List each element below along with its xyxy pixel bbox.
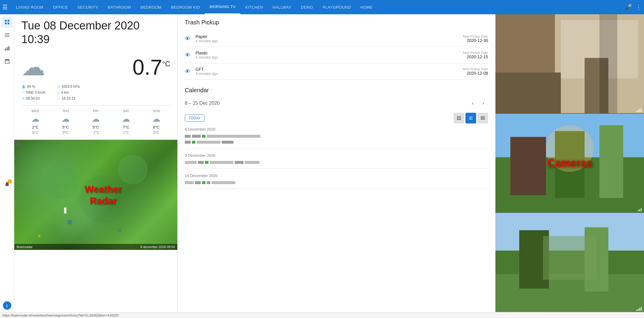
svg-rect-27 — [481, 119, 484, 120]
forecast-day-fri: FRI ☁ 5°C -2°C — [82, 109, 110, 135]
calendar-events-2 — [185, 180, 488, 185]
weather-details-left: 💧 99 % 〰 NNE 5 km/h ☀ 08:34:03 — [21, 84, 45, 101]
nav-tab-bathroom[interactable]: BATHROOM — [103, 0, 136, 14]
date-time-section: Tue 08 December 2020 10:39 — [14, 14, 177, 48]
calendar-compact-view-button[interactable] — [477, 113, 488, 123]
sidebar-icon-list[interactable] — [2, 30, 12, 40]
nav-tab-bedroom[interactable]: BEDROOM — [136, 0, 166, 14]
event-block — [185, 135, 191, 138]
weather-section: ☁ 0.7 °C 💧 99 % 〰 NNE 5 km/h — [14, 48, 177, 140]
sidebar-icon-grid[interactable] — [2, 17, 12, 27]
sidebar-icon-calendar[interactable] — [2, 56, 12, 67]
event-block — [235, 161, 244, 164]
trash-pickup-date-2: 2020-12-08 — [463, 71, 488, 76]
camera-feed-2 — [495, 114, 644, 213]
trash-time-2: 4 minutes ago — [195, 72, 463, 76]
forecast-day-thu: THU ☁ 5°C 0°C — [52, 109, 80, 135]
calendar-list-view-button[interactable] — [465, 113, 476, 123]
nav-tab-playground[interactable]: PLAYGROUND — [318, 0, 356, 14]
nav-tab-hallway[interactable]: HALLWAY — [268, 0, 296, 14]
svg-rect-9 — [8, 46, 9, 50]
status-bar: https://buienradar.nl/nederland/neerslag… — [0, 312, 644, 318]
trash-pickup-label-0: Next Pickup Date — [463, 35, 488, 38]
calendar-prev-button[interactable]: ‹ — [468, 98, 477, 108]
trash-title: Trash Pickup — [185, 19, 488, 26]
signal-bar-11 — [641, 307, 642, 311]
camera-indicators-1 — [636, 108, 642, 112]
signal-bar-4 — [641, 108, 642, 112]
more-icon[interactable]: ⋮ — [636, 4, 642, 11]
svg-rect-8 — [7, 47, 7, 51]
wind-icon: 〰 — [21, 90, 25, 95]
svg-rect-31 — [495, 73, 561, 113]
notification-badge: 1 — [8, 179, 12, 184]
trash-eye-icon-2[interactable]: 👁 — [185, 68, 191, 75]
calendar-events-0 — [185, 134, 488, 145]
nav-tab-bedroom-kid[interactable]: BEDROOM KID — [166, 0, 205, 14]
calendar-event-row — [185, 160, 488, 165]
trash-eye-icon-0[interactable]: 👁 — [185, 35, 191, 42]
forecast-low-temp: 0°C — [153, 131, 159, 135]
trash-pickup-date-0: 2020-12-30 — [463, 38, 488, 43]
camera-cell-1[interactable] — [495, 14, 644, 114]
nav-tab-security[interactable]: SECURITY — [73, 0, 103, 14]
svg-point-11 — [80, 176, 127, 223]
svg-rect-23 — [469, 118, 473, 118]
nav-tab-demo[interactable]: DEMO — [296, 0, 318, 14]
nav-tab-office[interactable]: OFFICE — [48, 0, 73, 14]
content-area: Tue 08 December 2020 10:39 ☁ 0.7 °C 💧 99… — [14, 14, 644, 312]
forecast-low-temp: 0°C — [63, 131, 69, 135]
microphone-icon[interactable]: 🎤 — [625, 4, 632, 11]
camera-cell-3[interactable] — [495, 213, 644, 312]
radar-map[interactable]: WeatherRadar Buienradar 8 december 2020 … — [14, 140, 177, 250]
trash-item-1: 👁 Plastic 4 minutes ago Next Pickup Date… — [185, 47, 488, 63]
signal-bar-5 — [638, 210, 639, 211]
nav-right: 🎤 ⋮ — [625, 4, 642, 11]
trash-info-0: Papier 4 minutes ago — [195, 34, 463, 43]
forecast-day-wed: WED ☁ 2°C 0°C — [21, 109, 49, 135]
sunset-detail: ☼ 16:32:11 — [57, 96, 80, 101]
forecast-cloud-icon: ☁ — [122, 114, 130, 124]
top-navigation: ☰ LIVING ROOMOFFICESECURITYBATHROOMBEDRO… — [0, 0, 644, 14]
menu-icon[interactable]: ☰ — [2, 4, 8, 11]
left-sidebar: 1 j — [0, 14, 14, 312]
svg-rect-17 — [64, 208, 67, 214]
camera-feed-svg-3 — [495, 213, 644, 312]
camera-grid: Cameras — [495, 14, 644, 312]
camera-cell-2[interactable]: Cameras — [495, 114, 644, 213]
nav-tab-kitchen[interactable]: KITCHEN — [240, 0, 268, 14]
calendar-next-button[interactable]: › — [479, 98, 488, 108]
calendar-controls: TODAY — [185, 113, 488, 123]
calendar-grid-view-button[interactable] — [454, 113, 464, 123]
sidebar-icon-chart[interactable] — [2, 43, 12, 54]
forecast-cloud-icon: ☁ — [152, 114, 160, 124]
visibility-icon: △ — [57, 90, 60, 95]
calendar-day-section-0: 8 December 2020 — [185, 127, 488, 148]
weather-current: ☁ 0.7 °C — [21, 53, 170, 81]
nav-tab-living-room[interactable]: LIVING ROOM — [11, 0, 48, 14]
weather-temperature: 0.7 — [132, 55, 162, 79]
signal-bar-3 — [639, 109, 640, 112]
trash-name-1: Plastic — [195, 51, 463, 55]
nav-tab-morning-tv[interactable]: MORNING TV — [205, 0, 240, 14]
trash-eye-icon-1[interactable]: 👁 — [185, 52, 191, 59]
camera-feed-svg-2 — [495, 114, 644, 213]
event-block — [207, 135, 260, 138]
user-avatar[interactable]: j — [3, 301, 11, 310]
svg-rect-33 — [599, 14, 617, 113]
left-panel: Tue 08 December 2020 10:39 ☁ 0.7 °C 💧 99… — [14, 14, 178, 312]
svg-rect-25 — [481, 117, 484, 117]
calendar-today-button[interactable]: TODAY — [185, 115, 204, 122]
forecast-day-name: FRI — [93, 109, 99, 113]
svg-rect-19 — [459, 116, 461, 118]
forecast-low-temp: -2°C — [92, 131, 99, 135]
trash-pickup-1: Next Pickup Date 2020-12-15 — [463, 51, 488, 59]
signal-bar-6 — [639, 209, 640, 211]
forecast-day-name: SUN — [153, 109, 160, 113]
sidebar-icon-notification[interactable]: 1 — [2, 179, 12, 189]
trash-time-0: 4 minutes ago — [195, 39, 463, 43]
nav-tab-home[interactable]: HOME — [356, 0, 377, 14]
signal-bar-2 — [638, 110, 639, 112]
pressure-value: 1003.6 hPa — [61, 84, 80, 89]
radar-svg-overlay — [14, 140, 177, 250]
